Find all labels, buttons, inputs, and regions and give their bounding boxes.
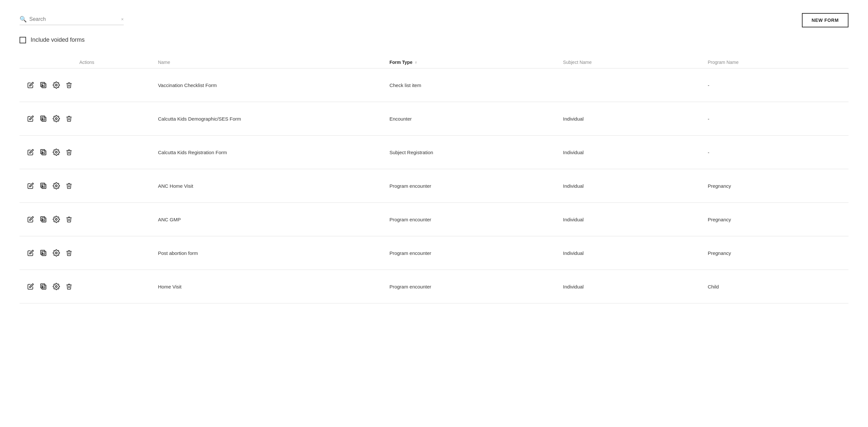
svg-point-9 (55, 118, 57, 120)
form-name-7: Home Visit (154, 270, 385, 304)
edit-icon-2[interactable] (27, 115, 34, 122)
table-row: ANC Home VisitProgram encounterIndividua… (20, 169, 848, 203)
col-header-form-type[interactable]: Form Type ↑ (385, 56, 559, 68)
actions-cell-6 (20, 236, 154, 270)
delete-icon-2[interactable] (66, 115, 72, 122)
col-header-actions: Actions (20, 56, 154, 68)
program-name-2: - (704, 102, 848, 136)
edit-icon-5[interactable] (27, 216, 34, 223)
table-row: Calcutta Kids Demographic/SES FormEncoun… (20, 102, 848, 136)
program-name-1: - (704, 68, 848, 102)
delete-icon-1[interactable] (66, 82, 72, 88)
table-row: Home VisitProgram encounterIndividualChi… (20, 270, 848, 304)
svg-point-34 (55, 286, 57, 287)
top-bar: 🔍 × NEW FORM (20, 13, 848, 27)
include-voided-filter: Include voided forms (20, 36, 848, 44)
form-name-5: ANC GMP (154, 203, 385, 236)
form-type-2: Encounter (385, 102, 559, 136)
edit-icon-3[interactable] (27, 149, 34, 155)
page-container: 🔍 × NEW FORM Include voided forms Action… (0, 0, 868, 427)
svg-point-19 (55, 185, 57, 187)
form-name-1: Vaccination Checklist Form (154, 68, 385, 102)
actions-cell-2 (20, 102, 154, 136)
table-body: Vaccination Checklist FormCheck list ite… (20, 68, 848, 304)
search-icon: 🔍 (20, 16, 27, 23)
forms-table: Actions Name Form Type ↑ Subject Name Pr… (20, 56, 848, 304)
actions-cell-7 (20, 270, 154, 304)
form-type-4: Program encounter (385, 169, 559, 203)
col-header-subject-name: Subject Name (559, 56, 704, 68)
table-row: ANC GMPProgram encounterIndividualPregna… (20, 203, 848, 236)
form-name-3: Calcutta Kids Registration Form (154, 136, 385, 169)
edit-icon-4[interactable] (27, 182, 34, 189)
table-row: Calcutta Kids Registration FormSubject R… (20, 136, 848, 169)
copy-icon-6[interactable] (40, 249, 47, 257)
table-row: Vaccination Checklist FormCheck list ite… (20, 68, 848, 102)
form-type-6: Program encounter (385, 236, 559, 270)
form-type-3: Subject Registration (385, 136, 559, 169)
delete-icon-3[interactable] (66, 149, 72, 155)
subject-name-5: Individual (559, 203, 704, 236)
actions-cell-1 (20, 68, 154, 102)
settings-icon-5[interactable] (53, 216, 60, 223)
subject-name-7: Individual (559, 270, 704, 304)
program-name-4: Pregnancy (704, 169, 848, 203)
include-voided-checkbox[interactable] (20, 37, 26, 44)
settings-icon-4[interactable] (53, 182, 60, 189)
svg-point-24 (55, 218, 57, 220)
delete-icon-4[interactable] (66, 182, 72, 189)
table-header: Actions Name Form Type ↑ Subject Name Pr… (20, 56, 848, 68)
copy-icon-4[interactable] (40, 182, 47, 189)
search-wrapper: 🔍 × (20, 16, 124, 25)
form-type-1: Check list item (385, 68, 559, 102)
new-form-button[interactable]: NEW FORM (802, 13, 848, 27)
delete-icon-7[interactable] (66, 283, 72, 290)
form-name-2: Calcutta Kids Demographic/SES Form (154, 102, 385, 136)
search-input[interactable] (29, 16, 119, 22)
actions-cell-5 (20, 203, 154, 236)
subject-name-1 (559, 68, 704, 102)
edit-icon-6[interactable] (27, 250, 34, 256)
copy-icon-5[interactable] (40, 216, 47, 223)
program-name-6: Pregnancy (704, 236, 848, 270)
include-voided-label: Include voided forms (31, 36, 85, 44)
copy-icon-2[interactable] (40, 115, 47, 122)
form-type-7: Program encounter (385, 270, 559, 304)
col-header-program-name: Program Name (704, 56, 848, 68)
table-row: Post abortion formProgram encounterIndiv… (20, 236, 848, 270)
subject-name-6: Individual (559, 236, 704, 270)
subject-name-3: Individual (559, 136, 704, 169)
delete-icon-5[interactable] (66, 216, 72, 223)
subject-name-4: Individual (559, 169, 704, 203)
actions-cell-4 (20, 169, 154, 203)
form-name-6: Post abortion form (154, 236, 385, 270)
copy-icon-7[interactable] (40, 283, 47, 290)
edit-icon-7[interactable] (27, 283, 34, 290)
svg-point-14 (55, 151, 57, 153)
program-name-3: - (704, 136, 848, 169)
settings-icon-6[interactable] (53, 249, 60, 257)
delete-icon-6[interactable] (66, 250, 72, 256)
clear-icon[interactable]: × (121, 17, 124, 22)
subject-name-2: Individual (559, 102, 704, 136)
settings-icon-2[interactable] (53, 115, 60, 122)
copy-icon-3[interactable] (40, 149, 47, 156)
settings-icon-1[interactable] (53, 82, 60, 89)
edit-icon-1[interactable] (27, 82, 34, 88)
settings-icon-7[interactable] (53, 283, 60, 290)
settings-icon-3[interactable] (53, 149, 60, 156)
actions-cell-3 (20, 136, 154, 169)
svg-point-4 (55, 84, 57, 86)
program-name-5: Pregnancy (704, 203, 848, 236)
program-name-7: Child (704, 270, 848, 304)
svg-point-29 (55, 252, 57, 254)
copy-icon-1[interactable] (40, 82, 47, 89)
form-name-4: ANC Home Visit (154, 169, 385, 203)
form-type-5: Program encounter (385, 203, 559, 236)
sort-asc-icon: ↑ (415, 60, 417, 65)
col-header-name: Name (154, 56, 385, 68)
